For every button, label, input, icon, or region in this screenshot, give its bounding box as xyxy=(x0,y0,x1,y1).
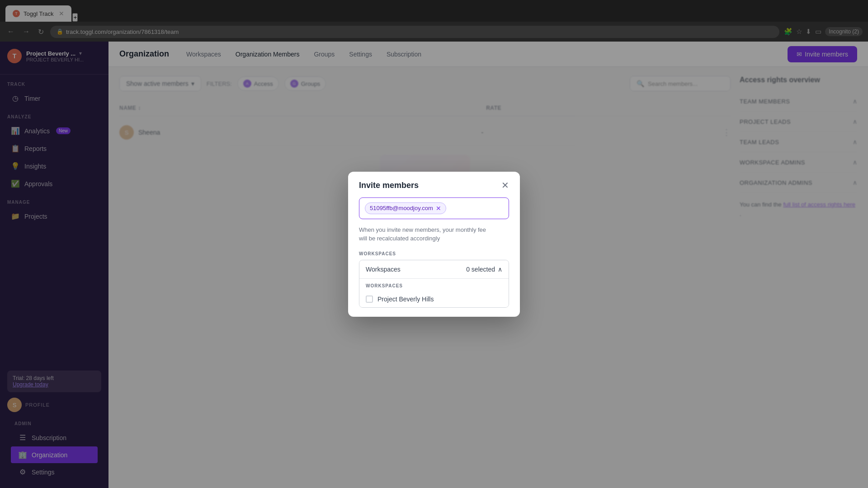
workspace-item-beverly-hills[interactable]: Project Beverly Hills xyxy=(359,291,509,307)
fee-notice-line1: When you invite new members, your monthl… xyxy=(359,226,486,233)
email-tag-text: 51095ffb@moodjoy.com xyxy=(370,205,433,211)
modal-overlay: Invite members ✕ 51095ffb@moodjoy.com ✕ … xyxy=(0,0,868,488)
fee-notice: When you invite new members, your monthl… xyxy=(359,225,509,243)
email-tag-input[interactable]: 51095ffb@moodjoy.com ✕ xyxy=(359,197,509,219)
workspace-select-header[interactable]: Workspaces 0 selected ∧ xyxy=(359,260,509,278)
invite-members-modal: Invite members ✕ 51095ffb@moodjoy.com ✕ … xyxy=(348,172,520,317)
modal-body: 51095ffb@moodjoy.com ✕ When you invite n… xyxy=(348,197,520,317)
workspace-selected-count: 0 selected ∧ xyxy=(466,266,502,273)
modal-title: Invite members xyxy=(359,181,419,190)
workspace-checkbox[interactable] xyxy=(366,296,373,303)
email-tag-close-btn[interactable]: ✕ xyxy=(436,205,441,212)
selected-count-text: 0 selected xyxy=(466,266,495,273)
workspace-select-label-text: Workspaces xyxy=(366,266,401,273)
modal-close-btn[interactable]: ✕ xyxy=(501,181,509,190)
workspace-chevron-up-icon: ∧ xyxy=(498,266,502,273)
workspace-dropdown: WORKSPACES Project Beverly Hills xyxy=(359,278,509,307)
email-tag: 51095ffb@moodjoy.com ✕ xyxy=(365,202,446,214)
workspaces-section-label: WORKSPACES xyxy=(359,251,509,256)
fee-notice-line2: will be recalculated accordingly xyxy=(359,235,440,242)
workspace-name: Project Beverly Hills xyxy=(377,296,434,303)
workspace-dropdown-label: WORKSPACES xyxy=(359,279,509,291)
workspace-select: Workspaces 0 selected ∧ WORKSPACES Proje… xyxy=(359,260,509,308)
modal-header: Invite members ✕ xyxy=(348,172,520,197)
